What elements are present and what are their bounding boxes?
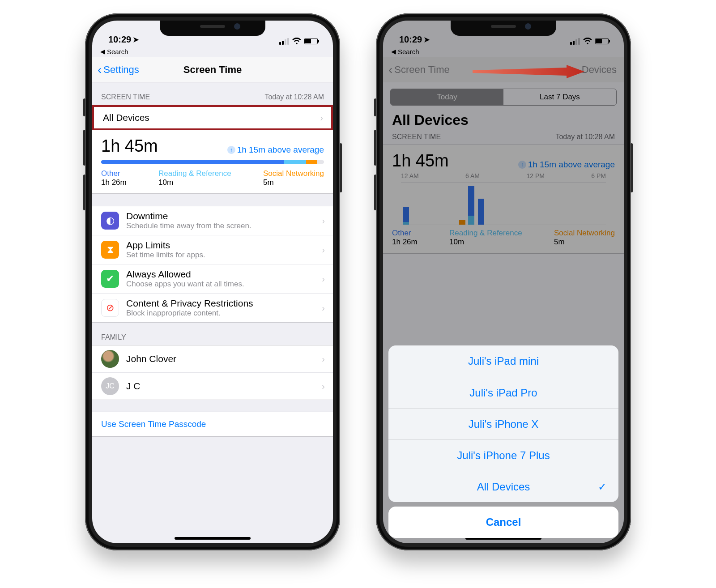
breadcrumb[interactable]: ◀ Search — [92, 46, 333, 57]
sheet-item[interactable]: Juli's iPad Pro — [388, 377, 618, 408]
restrict-icon: ⊘ — [101, 299, 119, 317]
cancel-button[interactable]: Cancel — [388, 507, 618, 538]
chevron-right-icon: › — [322, 216, 325, 226]
option-content-privacy[interactable]: ⊘ Content & Privacy RestrictionsBlock in… — [92, 293, 333, 322]
sheet-item-selected[interactable]: All Devices ✓ — [388, 471, 618, 502]
option-app-limits[interactable]: ⧗ App LimitsSet time limits for apps. › — [92, 235, 333, 264]
sheet-item[interactable]: Juli's iPad mini — [388, 345, 618, 377]
check-icon: ✓ — [598, 481, 607, 493]
avatar-initials: JC — [101, 377, 119, 395]
wifi-icon — [292, 38, 302, 45]
location-icon: ➤ — [133, 35, 139, 44]
usage-summary[interactable]: 1h 45m ↑ 1h 15m above average Other1h 26… — [92, 130, 333, 194]
category-row: Other1h 26m Reading & Reference10m Socia… — [101, 169, 324, 187]
arrow-up-icon: ↑ — [227, 146, 235, 154]
family-member-row[interactable]: John Clover › — [92, 345, 333, 372]
family-member-row[interactable]: JC J C › — [92, 372, 333, 400]
device-action-sheet: Juli's iPad mini Juli's iPad Pro Juli's … — [388, 345, 618, 538]
sheet-item[interactable]: Juli's iPhone 7 Plus — [388, 439, 618, 471]
chevron-right-icon: › — [322, 245, 325, 255]
notch — [451, 21, 556, 36]
section-header-screentime: SCREEN TIME Today at 10:28 AM — [92, 82, 333, 105]
iphone-frame-left: 10:29 ➤ ◀ Search ‹ Settings Screen Time … — [85, 13, 340, 550]
hourglass-icon: ⧗ — [101, 241, 119, 259]
breadcrumb-label: Search — [107, 48, 128, 55]
notch — [160, 21, 265, 36]
chevron-right-icon: › — [322, 303, 325, 313]
use-passcode-link[interactable]: Use Screen Time Passcode — [92, 412, 333, 437]
check-icon: ✔ — [101, 270, 119, 288]
cellular-icon — [279, 38, 289, 45]
chevron-left-icon: ◀ — [100, 48, 105, 55]
back-button[interactable]: ‹ Settings — [98, 57, 139, 82]
status-time: 10:29 — [108, 34, 131, 45]
chevron-left-icon: ‹ — [98, 64, 102, 76]
options-group: ◐ DowntimeSchedule time away from the sc… — [92, 206, 333, 323]
chevron-right-icon: › — [322, 274, 325, 284]
iphone-frame-right: 10:29 ➤ ◀ Search ‹ Screen Time Devices — [376, 13, 631, 550]
avatar-photo — [101, 350, 119, 368]
chevron-right-icon: › — [320, 113, 323, 123]
sheet-item[interactable]: Juli's iPhone X — [388, 408, 618, 439]
downtime-icon: ◐ — [101, 212, 119, 230]
chevron-right-icon: › — [322, 354, 325, 364]
family-group: John Clover › JC J C › — [92, 345, 333, 400]
total-time: 1h 45m — [101, 136, 158, 156]
usage-bar — [101, 160, 324, 164]
delta-above-average: ↑ 1h 15m above average — [227, 145, 324, 155]
all-devices-row[interactable]: All Devices › — [92, 105, 333, 130]
section-header-family: FAMILY — [92, 323, 333, 345]
option-downtime[interactable]: ◐ DowntimeSchedule time away from the sc… — [92, 206, 333, 235]
option-always-allowed[interactable]: ✔ Always AllowedChoose apps you want at … — [92, 264, 333, 293]
battery-icon — [304, 38, 318, 44]
chevron-right-icon: › — [322, 381, 325, 392]
nav-bar: ‹ Settings Screen Time — [92, 57, 333, 82]
home-indicator[interactable] — [175, 537, 251, 540]
nav-title: Screen Time — [183, 64, 242, 76]
